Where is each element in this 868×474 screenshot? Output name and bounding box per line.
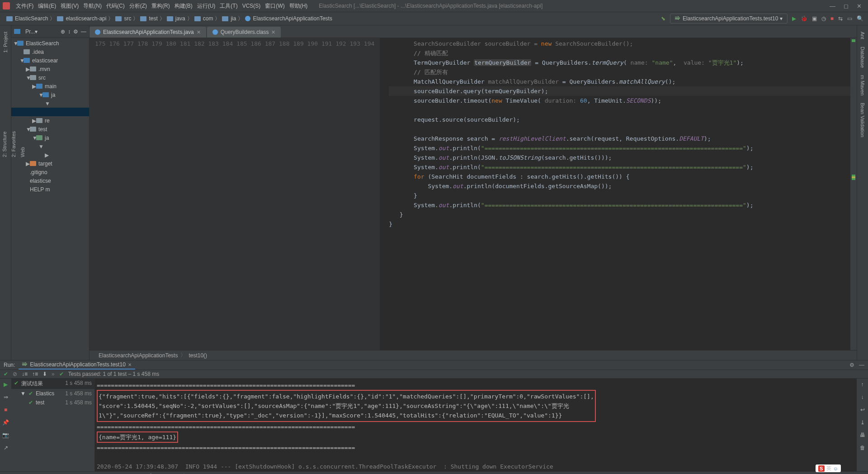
trash-icon[interactable]: 🗑: [860, 445, 865, 451]
menu-item[interactable]: 构建(B): [172, 3, 195, 9]
tree-item[interactable]: ▶main: [11, 82, 89, 90]
menu-item[interactable]: 编辑(E): [36, 3, 58, 9]
close-button[interactable]: ✕: [857, 3, 862, 9]
run-label: Run:: [4, 362, 15, 368]
folder-icon: [30, 127, 36, 132]
menu-item[interactable]: 分析(Z): [127, 3, 149, 9]
test-row[interactable]: Elastics: [36, 390, 54, 397]
update-button[interactable]: ⇆: [838, 15, 843, 22]
sidebar-tab-database[interactable]: Database: [859, 43, 866, 71]
gear-icon[interactable]: ⚙: [849, 362, 854, 368]
gear-icon[interactable]: ⚙: [73, 28, 78, 35]
menu-item[interactable]: 代码(C): [104, 3, 127, 9]
gutter: 175 176 177 178 179 180 181 182 183 184 …: [90, 38, 380, 350]
target-icon[interactable]: ⊕: [61, 28, 65, 35]
tests-ignored-icon[interactable]: ⊘: [13, 371, 17, 377]
tree-item[interactable]: HELP m: [11, 185, 89, 194]
editor-breadcrumb[interactable]: ElasticsearchApiApplicationTests: [99, 352, 178, 359]
down-arrow-icon[interactable]: ↓: [861, 394, 864, 400]
folder-icon: [115, 16, 122, 21]
breadcrumb[interactable]: ElasticSearch: [5, 15, 50, 22]
editor-breadcrumb-method[interactable]: test10(): [189, 352, 207, 359]
folder-icon: [222, 16, 228, 21]
run-tab[interactable]: ⭆ElasticsearchApiApplicationTests.test10…: [19, 360, 135, 370]
sidebar-tab-project[interactable]: 1: Project: [2, 27, 9, 57]
expand-icon[interactable]: ⬇: [42, 371, 47, 377]
folder-icon: [36, 135, 42, 140]
menu-item[interactable]: 导航(N): [81, 3, 104, 9]
breadcrumb[interactable]: test: [138, 15, 159, 22]
layout-button[interactable]: ▭: [847, 15, 852, 22]
sort-down-icon[interactable]: ↑≡: [32, 371, 38, 377]
tree-item[interactable]: ▶.mvn: [11, 65, 89, 73]
test-row[interactable]: test: [36, 399, 44, 406]
up-arrow-icon[interactable]: ↑: [861, 381, 864, 388]
tree-item[interactable]: ▼ja: [11, 90, 89, 99]
breadcrumb[interactable]: ElasticsearchApiApplicationTests: [243, 15, 334, 22]
filter-icon[interactable]: ⇒: [4, 394, 8, 400]
menu-item[interactable]: 运行(U): [195, 3, 218, 9]
app-icon: [3, 2, 10, 9]
hammer-icon[interactable]: ⬊: [661, 15, 665, 22]
scroll-icon[interactable]: ⤓: [860, 419, 865, 426]
tree-item[interactable]: ▼elasticsear: [11, 56, 89, 65]
export-icon[interactable]: ↗: [4, 445, 8, 451]
print-icon[interactable]: 🖶: [860, 432, 865, 438]
sidebar-tab-web[interactable]: Web: [18, 127, 27, 161]
run-button[interactable]: ▶: [792, 15, 796, 22]
maximize-button[interactable]: ◻: [844, 3, 849, 9]
menu-item[interactable]: VCS(S): [240, 3, 263, 9]
collapse-icon[interactable]: ↕: [68, 28, 71, 35]
window-title: ElasticSearch [...\ElasticSearch] - ...\…: [319, 3, 542, 9]
camera-icon[interactable]: 📷: [2, 432, 9, 438]
minimize-button[interactable]: —: [830, 3, 835, 9]
tree-item[interactable]: ▼: [11, 99, 89, 108]
sidebar-tab-favorites[interactable]: 2: Favorites: [9, 127, 18, 161]
sort-icon[interactable]: ↓≡: [22, 371, 28, 377]
run-config-select[interactable]: ⭆ ElasticsearchApiApplicationTests.test1…: [670, 14, 788, 24]
tree-item[interactable]: ▼src: [11, 73, 89, 82]
code-editor[interactable]: SearchSourceBuilder sourceBuilder = new …: [380, 38, 850, 350]
tree-item[interactable]: ▶re: [11, 116, 89, 125]
tree-item[interactable]: .gitigno: [11, 168, 89, 176]
hide-icon[interactable]: —: [81, 28, 86, 35]
sidebar-tab-maven[interactable]: m Maven: [859, 71, 866, 99]
breadcrumb[interactable]: com: [193, 15, 215, 22]
profile-button[interactable]: ◷: [821, 15, 826, 22]
tree-item[interactable]: [11, 108, 89, 116]
coverage-button[interactable]: ▣: [812, 15, 817, 22]
sidebar-tab-structure[interactable]: 2: Structure: [0, 127, 9, 161]
search-button[interactable]: 🔍: [857, 15, 863, 22]
stop-icon[interactable]: ■: [4, 407, 7, 413]
menu-item[interactable]: 工具(T): [217, 3, 240, 9]
wrap-icon[interactable]: ↩: [860, 407, 865, 413]
breadcrumb[interactable]: src: [113, 15, 133, 22]
breadcrumb[interactable]: java: [165, 15, 187, 22]
tests-ok-icon[interactable]: ✔: [4, 371, 8, 377]
sidebar-tab-ant[interactable]: Ant: [859, 28, 866, 43]
rerun-button[interactable]: ▶: [4, 381, 8, 388]
minimize-icon[interactable]: —: [859, 362, 864, 368]
tree-item[interactable]: .idea: [11, 47, 89, 56]
editor-tab[interactable]: QueryBuilders.class✕: [207, 27, 281, 38]
menu-item[interactable]: 视图(V): [58, 3, 81, 9]
menu-item[interactable]: 重构(R): [149, 3, 172, 9]
breadcrumb[interactable]: jia: [220, 15, 238, 22]
menu-item[interactable]: 窗口(W): [263, 3, 287, 9]
tree-item[interactable]: ▼ElasticSearch: [11, 39, 89, 47]
tree-item[interactable]: elasticse: [11, 176, 89, 185]
file-icon: [212, 29, 218, 35]
folder-icon: [30, 66, 36, 71]
breadcrumb[interactable]: elasticsearch-api: [55, 15, 108, 22]
sidebar-tab-bean[interactable]: Bean Validation: [859, 99, 866, 141]
menu-item[interactable]: 帮助(H): [287, 3, 310, 9]
debug-button[interactable]: 🐞: [801, 15, 807, 22]
folder-icon: [24, 58, 30, 63]
close-icon[interactable]: ✕: [197, 29, 201, 35]
editor-tab[interactable]: ElasticsearchApiApplicationTests.java✕: [90, 27, 206, 38]
console-output[interactable]: ========================================…: [95, 379, 857, 471]
menu-item[interactable]: 文件(F): [14, 3, 36, 9]
stop-button[interactable]: ■: [830, 15, 834, 22]
close-icon[interactable]: ✕: [271, 29, 275, 35]
pin-icon[interactable]: 📌: [2, 419, 9, 426]
